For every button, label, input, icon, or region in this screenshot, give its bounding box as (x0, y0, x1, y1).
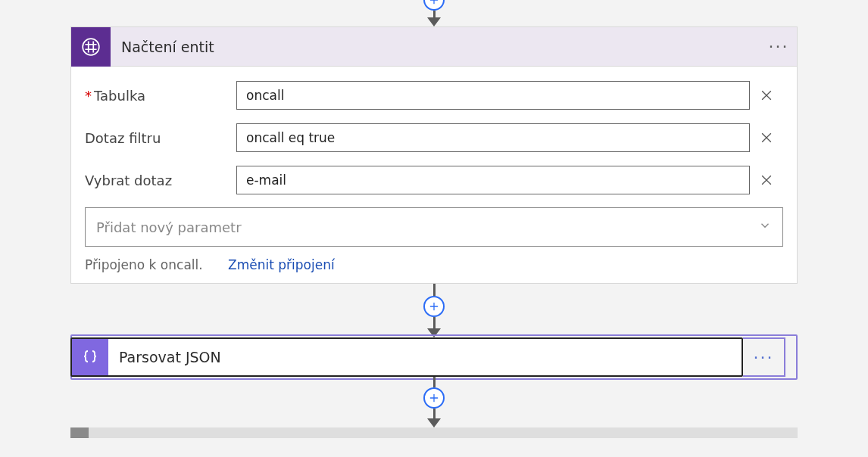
chevron-down-icon (758, 219, 772, 235)
more-dots-icon: ··· (769, 37, 789, 56)
json-braces-icon (72, 339, 108, 375)
clear-filter-button[interactable] (750, 123, 783, 153)
param-label: Dotaz filtru (85, 130, 236, 146)
step-card-parse-json-wrap: Parsovat JSON ··· (70, 337, 798, 377)
connector-middle (423, 284, 445, 337)
card-title: Parsovat JSON (108, 349, 742, 365)
plus-icon (429, 0, 439, 5)
plus-icon (429, 393, 439, 403)
filter-input[interactable] (236, 123, 750, 152)
svg-point-0 (83, 39, 99, 55)
param-label: *Tabulka (85, 88, 236, 104)
param-row-filter: Dotaz filtru (85, 123, 783, 153)
add-parameter-placeholder: Přidat nový parametr (96, 219, 242, 235)
connection-row: Připojeno k oncall. Změnit připojení (85, 257, 783, 272)
connection-status-text: Připojeno k oncall. (85, 257, 203, 272)
close-icon (759, 130, 774, 145)
flow-canvas: Načtení entit ··· *Tabulka Dotaz filtru (0, 0, 868, 457)
card-body: *Tabulka Dotaz filtru Vybrat dotaz (71, 67, 797, 283)
more-dots-icon: ··· (754, 348, 774, 367)
connector-bottom (423, 377, 445, 427)
card-title: Načtení entit (111, 39, 760, 55)
add-step-button-middle[interactable] (423, 296, 445, 317)
step-card-load-entities: Načtení entit ··· *Tabulka Dotaz filtru (70, 26, 798, 284)
close-icon (759, 173, 774, 188)
plus-icon (429, 301, 439, 312)
add-step-button-bottom[interactable] (423, 387, 445, 409)
clear-table-button[interactable] (750, 80, 783, 110)
card-more-button[interactable]: ··· (760, 29, 797, 65)
param-row-select: Vybrat dotaz (85, 165, 783, 195)
change-connection-link[interactable]: Změnit připojení (228, 257, 335, 272)
add-step-button-top[interactable] (423, 0, 445, 11)
param-label: Vybrat dotaz (85, 173, 236, 188)
select-input[interactable] (236, 166, 750, 194)
connector-top (423, 0, 445, 26)
entities-grid-icon (71, 27, 111, 67)
param-row-table: *Tabulka (85, 80, 783, 110)
step-card-parse-json[interactable]: Parsovat JSON (70, 337, 743, 377)
card-header[interactable]: Načtení entit ··· (71, 27, 797, 67)
collapsed-step-bar[interactable] (70, 427, 798, 438)
close-icon (759, 88, 774, 103)
clear-select-button[interactable] (750, 165, 783, 195)
drag-handle[interactable] (70, 427, 89, 438)
add-parameter-dropdown[interactable]: Přidat nový parametr (85, 207, 783, 247)
card-more-button-parse[interactable]: ··· (743, 337, 785, 377)
table-input[interactable] (236, 81, 750, 110)
